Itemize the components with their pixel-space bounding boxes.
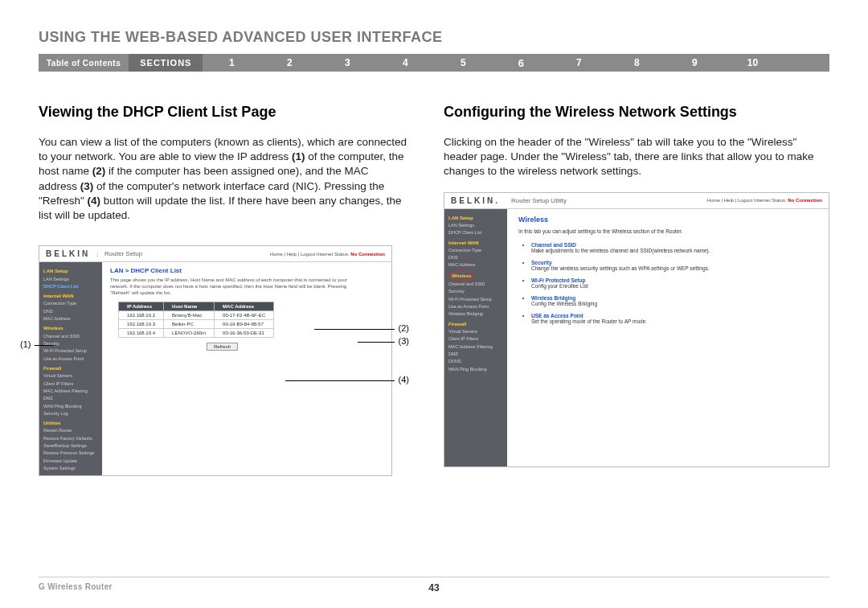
wireless-link[interactable]: Security [531,260,817,265]
section-link-8[interactable]: 8 [608,57,665,69]
list-item: Wireless BridgingConfig the Wireless Bri… [531,295,817,306]
th-ip: IP Address [119,302,164,310]
sections-label: SECTIONS [129,54,203,72]
section-link-2[interactable]: 2 [260,57,318,69]
th-mac: MAC Address [215,302,274,310]
brand-logo: BELKIN [46,249,90,258]
list-item: SecurityChange the wireless security set… [531,260,817,271]
table-row: 192.168.10.2Britany'B-Mac00-17-F2-4B-6F-… [119,310,274,319]
wireless-cat-circled: Wireless [448,271,503,281]
table-row: 192.168.10.3Belkin-PC00-19-B9-84-88-57 [119,319,274,328]
section-link-4[interactable]: 4 [376,57,434,69]
list-item: Wi-Fi Protected SetupConfig your Enrolle… [531,277,817,289]
right-paragraph: Clicking on the header of the "Wireless"… [444,135,829,179]
section-nav: Table of Contents SECTIONS 12345678910 [39,54,829,72]
list-item: Channel and SSIDMake adjustments to the … [531,242,817,253]
callout-3: (3) [399,336,409,346]
section-link-6[interactable]: 6 [492,57,550,69]
wireless-link[interactable]: Wireless Bridging [531,295,817,301]
list-item: USE as Access PointSet the operating mod… [531,313,817,324]
page-footer: G Wireless Router 43 [39,577,829,594]
wireless-link[interactable]: Wi-Fi Protected Setup [531,277,817,283]
right-heading: Configuring the Wireless Network Setting… [444,104,829,121]
callout-4: (4) [399,375,409,384]
breadcrumb: Wireless [518,216,817,224]
wireless-link[interactable]: USE as Access Point [531,313,817,318]
left-column: Viewing the DHCP Client List Page You ca… [39,104,407,476]
section-link-1[interactable]: 1 [203,57,260,69]
section-link-5[interactable]: 5 [434,57,492,69]
shot-sidebar: LAN Setup LAN Settings DHCP Client List … [39,262,102,475]
section-link-3[interactable]: 3 [318,57,376,69]
left-heading: Viewing the DHCP Client List Page [39,104,407,121]
toc-link[interactable]: Table of Contents [39,59,129,68]
table-row: 192.168.10.4LENOVO-260m00-16-36-59-DE-31 [119,328,274,337]
left-paragraph: You can view a list of the computers (kn… [39,135,407,223]
wireless-screenshot: BELKIN. Router Setup Utility Home | Help… [444,192,829,467]
breadcrumb: LAN > DHCP Client List [110,267,383,274]
footer-left: G Wireless Router [39,582,428,594]
dhcp-screenshot: BELKIN | Router Setup Home | Help | Logo… [39,245,392,476]
shot-subtitle: Router Setup Utility [511,197,567,204]
section-link-7[interactable]: 7 [550,57,608,69]
shot-sidebar: LAN Setup LAN Settings DHCP Client List … [444,209,507,466]
shot-header-links: Home | Help | Logout Internet Status: No… [270,252,385,257]
dhcp-table: IP Address Host Name MAC Address 192.168… [118,302,274,338]
right-column: Configuring the Wireless Network Setting… [444,104,829,476]
wireless-link[interactable]: Channel and SSID [531,242,817,248]
section-link-9[interactable]: 9 [665,57,723,69]
shot-main: LAN > DHCP Client List This page shows y… [102,262,391,475]
callout-1: (1) [20,339,31,349]
brand-logo: BELKIN. [451,196,500,205]
shot-header-links: Home | Help | Logout Internet Status: No… [707,198,822,203]
callout-2: (2) [399,323,409,333]
refresh-button[interactable]: Refresh [207,343,238,351]
section-link-10[interactable]: 10 [723,57,781,69]
shot-main: Wireless In this tab you can adjust sett… [507,209,829,466]
shot-subtitle: Router Setup [104,250,142,257]
th-host: Host Name [164,302,215,310]
page-number: 43 [428,582,439,594]
page-title: USING THE WEB-BASED ADVANCED USER INTERF… [39,29,829,46]
